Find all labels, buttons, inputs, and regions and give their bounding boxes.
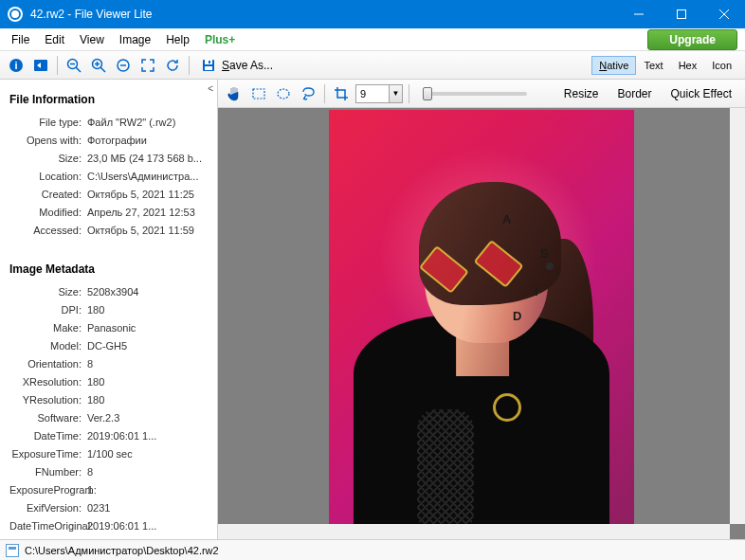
sidebar: < File Information File type:Файл "RW2" …: [0, 80, 218, 539]
metadata-row: DateTimeDigitized:2019:06:01 1...: [9, 535, 208, 539]
viewmode-native[interactable]: Native: [591, 56, 636, 75]
metadata-value: 2019:06:01 1...: [87, 517, 208, 535]
file-info-heading: File Information: [9, 93, 208, 106]
metadata-row: DPI:180: [9, 301, 208, 319]
file-info-key: Accessed:: [9, 222, 87, 240]
metadata-row: XResolution:180: [9, 373, 208, 391]
svg-text:i: i: [14, 60, 17, 71]
border-button[interactable]: Border: [609, 85, 659, 102]
metadata-value: 8: [87, 355, 208, 373]
file-info-value: Октябрь 5, 2021 11:59: [87, 222, 208, 240]
metadata-key: FNumber:: [9, 463, 87, 481]
metadata-key: DateTimeDigitized:: [9, 535, 87, 539]
close-button[interactable]: [702, 0, 745, 28]
minimize-button[interactable]: [617, 0, 660, 28]
file-info-key: Size:: [9, 150, 87, 168]
fit-screen-icon[interactable]: [137, 55, 158, 76]
file-info-row: Modified:Апрель 27, 2021 12:53: [9, 204, 208, 222]
save-as-button[interactable]: Save As...: [195, 56, 279, 75]
metadata-value: 1/100 sec: [87, 445, 208, 463]
metadata-value: Ver.2.3: [87, 409, 208, 427]
metadata-value: 2019:06:01 1...: [87, 535, 208, 539]
zoom-out-icon[interactable]: [64, 55, 84, 76]
file-info-key: Modified:: [9, 204, 87, 222]
menu-help[interactable]: Help: [158, 30, 197, 49]
quick-effect-button[interactable]: Quick Effect: [663, 85, 739, 102]
metadata-value: 5208x3904: [87, 283, 208, 301]
metadata-value: 180: [87, 391, 208, 409]
zoom-dropdown[interactable]: 9 ▼: [355, 84, 403, 103]
slider-thumb[interactable]: [423, 87, 432, 100]
zoom-value: 9: [356, 88, 389, 99]
crop-icon[interactable]: [331, 83, 352, 104]
zoom-in-icon[interactable]: [88, 55, 109, 76]
metadata-row: Software:Ver.2.3: [9, 409, 208, 427]
file-info-value: Октябрь 5, 2021 11:25: [87, 186, 208, 204]
metadata-row: YResolution:180: [9, 391, 208, 409]
file-info-row: Created:Октябрь 5, 2021 11:25: [9, 186, 208, 204]
file-icon: [6, 544, 19, 557]
menu-image[interactable]: Image: [112, 30, 158, 49]
metadata-key: Size:: [9, 283, 87, 301]
zoom-slider[interactable]: [423, 92, 527, 96]
statusbar: C:\Users\Администратор\Desktop\42.rw2: [0, 539, 745, 560]
viewmode-text[interactable]: Text: [636, 56, 670, 75]
metadata-row: Size:5208x3904: [9, 283, 208, 301]
metadata-row: DateTimeOriginal:2019:06:01 1...: [9, 517, 208, 535]
resize-button[interactable]: Resize: [556, 85, 607, 102]
dropdown-arrow-icon[interactable]: ▼: [389, 85, 402, 102]
metadata-key: Software:: [9, 409, 87, 427]
metadata-key: Make:: [9, 319, 87, 337]
menubar: File Edit View Image Help Plus+ Upgrade: [0, 28, 745, 51]
upgrade-button[interactable]: Upgrade: [647, 29, 737, 50]
metadata-key: DPI:: [9, 301, 87, 319]
svg-rect-11: [253, 89, 264, 99]
zoom-actual-icon[interactable]: [113, 55, 134, 76]
refresh-icon[interactable]: [162, 55, 183, 76]
lasso-icon[interactable]: [298, 83, 318, 104]
menu-view[interactable]: View: [72, 30, 112, 49]
metadata-value: DC-GH5: [87, 337, 208, 355]
metadata-key: XResolution:: [9, 373, 87, 391]
file-info-key: File type:: [9, 114, 87, 132]
window-title: 42.rw2 - File Viewer Lite: [30, 8, 617, 21]
viewmode-hex[interactable]: Hex: [671, 56, 705, 75]
svg-rect-10: [205, 66, 212, 70]
vertical-scrollbar[interactable]: [730, 108, 745, 524]
metadata-key: ExposureProgram:: [9, 481, 87, 499]
metadata-row: Make:Panasonic: [9, 319, 208, 337]
maximize-button[interactable]: [660, 0, 702, 28]
metadata-key: ExifVersion:: [9, 499, 87, 517]
collapse-sidebar-icon[interactable]: <: [208, 83, 213, 94]
file-info-value: C:\Users\Администра...: [87, 168, 208, 186]
image-canvas[interactable]: A S I D: [218, 108, 745, 539]
file-info-key: Location:: [9, 168, 87, 186]
app-icon: [8, 7, 23, 22]
open-icon[interactable]: [30, 55, 51, 76]
select-ellipse-icon[interactable]: [273, 83, 294, 104]
file-info-row: File type:Файл "RW2" (.rw2): [9, 114, 208, 132]
viewmode-icon[interactable]: Icon: [704, 56, 739, 75]
select-rect-icon[interactable]: [248, 83, 269, 104]
metadata-key: YResolution:: [9, 391, 87, 409]
metadata-row: ExposureProgram:1: [9, 481, 208, 499]
save-as-label: Save As...: [222, 59, 273, 72]
metadata-value: 180: [87, 301, 208, 319]
horizontal-scrollbar[interactable]: [218, 524, 730, 539]
file-info-row: Opens with:Фотографии: [9, 132, 208, 150]
file-info-row: Size:23,0 МБ (24 173 568 b...: [9, 150, 208, 168]
menu-plus[interactable]: Plus+: [197, 30, 243, 49]
menu-file[interactable]: File: [4, 30, 37, 49]
info-icon[interactable]: i: [6, 55, 27, 76]
titlebar: 42.rw2 - File Viewer Lite: [0, 0, 745, 28]
metadata-row: ExposureTime:1/100 sec: [9, 445, 208, 463]
metadata-row: Model:DC-GH5: [9, 337, 208, 355]
file-info-key: Opens with:: [9, 132, 87, 150]
pan-icon[interactable]: [224, 83, 245, 104]
menu-edit[interactable]: Edit: [37, 30, 72, 49]
save-icon: [201, 58, 216, 73]
image-preview: A S I D: [329, 110, 634, 539]
metadata-value: 1: [87, 481, 208, 499]
image-toolbar: 9 ▼ Resize Border Quick Effect: [218, 80, 745, 108]
metadata-value: 180: [87, 373, 208, 391]
